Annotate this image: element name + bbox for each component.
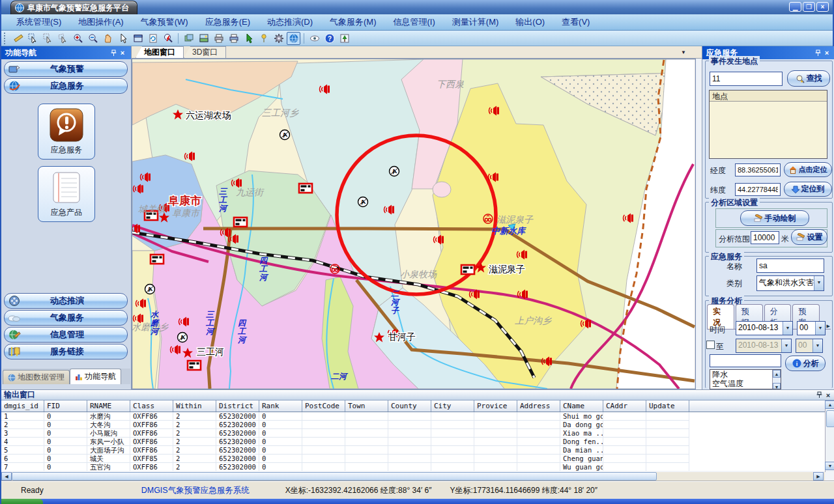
scroll-down-icon[interactable]: ▼ <box>773 383 781 389</box>
nav-bar-emergency-service[interactable]: 应急服务 <box>4 78 128 94</box>
tab-map-data-management[interactable]: 地图数据管理 <box>3 370 70 384</box>
scroll-right-icon[interactable]: ▶ <box>813 472 824 481</box>
identify-icon[interactable] <box>161 32 175 45</box>
column-header[interactable]: County <box>388 400 431 412</box>
table-row[interactable]: 40东风一小队OXFF8626523020000Dong fen... <box>1 438 825 446</box>
print-setup-icon[interactable] <box>227 32 240 45</box>
chevron-down-icon[interactable]: ▼ <box>781 339 791 352</box>
column-header[interactable]: Within <box>173 400 216 412</box>
flag-marker[interactable] <box>188 361 201 370</box>
scroll-down-icon[interactable]: ▼ <box>825 462 834 470</box>
element-list-scrollbar[interactable]: ▲▼ <box>772 370 781 389</box>
pan-hand-icon[interactable] <box>101 32 115 45</box>
map-tab-dropdown chevron-down-icon[interactable]: ▼ <box>677 48 690 57</box>
range-input[interactable] <box>751 231 779 244</box>
table-row[interactable]: 10水磨沟OXFF8626523020000Shui mo gou <box>1 412 825 421</box>
element-list[interactable]: 降水空气温度 ▲▼ <box>710 369 781 389</box>
circlea-marker[interactable] <box>390 167 399 176</box>
menu-item[interactable]: 气象预警(W) <box>132 14 197 30</box>
locate-to-button[interactable]: 定位到 <box>784 182 832 197</box>
menu-item[interactable]: 系统管理(S) <box>8 14 70 30</box>
column-header[interactable]: dmgis_id <box>1 400 44 412</box>
column-header[interactable]: CAddr <box>603 400 646 412</box>
select-box-icon[interactable] <box>41 32 55 45</box>
export-map-icon[interactable] <box>197 32 210 45</box>
latitude-input[interactable] <box>735 183 781 196</box>
manual-draw-button[interactable]: 手动绘制 <box>740 210 809 226</box>
select-polygon-icon[interactable] <box>56 32 70 45</box>
select-feature-icon[interactable] <box>26 32 40 45</box>
emergency-close-icon[interactable]: × <box>822 48 831 57</box>
close-button[interactable]: × <box>816 2 829 12</box>
measure-icon[interactable] <box>11 32 25 45</box>
start-button-edge[interactable] <box>1 499 43 504</box>
circlea-marker[interactable] <box>178 333 188 343</box>
menu-item[interactable]: 动态推演(D) <box>259 14 321 30</box>
column-header[interactable]: Address <box>517 400 560 412</box>
column-header[interactable]: Town <box>345 400 388 412</box>
circlea-marker[interactable] <box>145 285 155 294</box>
nav-bar-service-links[interactable]: 服务链接 <box>4 344 128 359</box>
emergency-product-shortcut[interactable]: 应急产品 <box>38 166 95 222</box>
column-header[interactable]: Class <box>130 400 173 412</box>
set-range-button[interactable]: 设置 <box>791 229 827 245</box>
list-item[interactable]: 空气温度 <box>710 379 781 388</box>
element-combo[interactable] <box>710 354 781 367</box>
click-locate-button[interactable]: 点击定位 <box>784 162 832 177</box>
output-hscrollbar[interactable]: ◀ ▶ <box>1 472 825 481</box>
longitude-input[interactable] <box>735 163 781 176</box>
output-close-icon[interactable]: × <box>824 391 833 400</box>
output-pin-icon[interactable] <box>814 391 824 400</box>
tab-function-nav[interactable]: 功能导航 <box>70 369 121 384</box>
flag-marker[interactable] <box>461 265 474 274</box>
full-extent-icon[interactable] <box>131 32 145 45</box>
service-type-select[interactable]: 气象和洪水灾害 ▼ <box>756 275 824 291</box>
column-header[interactable]: CName <box>560 400 603 412</box>
globe-service-icon[interactable] <box>287 32 300 45</box>
emergency-service-shortcut[interactable]: 应急服务 <box>38 104 95 160</box>
to-date-select[interactable]: 2010-08-13 ▼ <box>736 339 792 353</box>
help-icon[interactable]: ? <box>323 32 336 45</box>
minimize-button[interactable]: ▁ <box>789 2 801 12</box>
tab-3d-window[interactable]: 3D窗口 <box>184 46 226 58</box>
analyze-button[interactable]: i 分析 <box>785 356 826 371</box>
layers-icon[interactable] <box>182 32 195 45</box>
date-select[interactable]: 2010-08-13 ▼ <box>736 321 793 335</box>
nav-pin-icon[interactable] <box>109 48 118 57</box>
menu-item[interactable]: 输出(O) <box>507 14 553 30</box>
chevron-down-icon[interactable]: ▼ <box>815 322 825 335</box>
table-row[interactable]: 70五官沟OXFF8626523020000Wu guan gou <box>1 463 825 471</box>
column-header[interactable]: Update <box>646 400 689 412</box>
zoom-out-icon[interactable] <box>86 32 100 45</box>
table-row[interactable]: 50大面场子沟OXFF8626523020000Da mian ... <box>1 446 825 455</box>
menu-item[interactable]: 测量计算(M) <box>444 14 508 30</box>
hour-select[interactable]: 00 ▼ <box>797 321 826 335</box>
scene-icon[interactable] <box>338 32 351 45</box>
flag-marker[interactable] <box>234 217 247 227</box>
nav-bar-dynamic-deduction[interactable]: 动态推演 <box>4 293 128 309</box>
location-search-input[interactable] <box>710 72 783 86</box>
table-row[interactable]: 20大冬沟OXFF8626523020000Da dong gou <box>1 421 825 429</box>
column-header[interactable]: PostCode <box>302 400 345 412</box>
table-row[interactable]: 60城关OXFF8526523020000Cheng guan <box>1 455 825 463</box>
eye-icon[interactable] <box>308 32 321 45</box>
green-pointer-icon[interactable] <box>242 32 255 45</box>
tab-map-window[interactable]: 地图窗口 <box>136 46 184 58</box>
zoom-in-icon[interactable] <box>71 32 85 45</box>
location-list[interactable]: 地点 <box>709 90 827 159</box>
column-header[interactable]: City <box>431 400 474 412</box>
pointer-icon[interactable] <box>116 32 130 45</box>
chevron-down-icon[interactable]: ▼ <box>814 276 824 290</box>
menu-item[interactable]: 信息管理(I) <box>385 14 444 30</box>
panel-splitter[interactable] <box>696 59 702 389</box>
search-button[interactable]: 查找 <box>787 70 830 87</box>
column-header[interactable]: RNAME <box>87 400 130 412</box>
nav-bar-info-management[interactable]: 信息管理 <box>4 327 128 343</box>
output-table[interactable]: dmgis_idFIDRNAMEClassWithinDistrictRankP… <box>1 400 825 471</box>
nav-close-icon[interactable]: × <box>118 48 127 57</box>
scroll-up-icon[interactable]: ▲ <box>773 370 781 378</box>
column-header[interactable]: Rank <box>259 400 302 412</box>
nav-bar-weather-warning[interactable]: 气象预警 <box>4 61 128 77</box>
to-hour-select[interactable]: 00 ▼ <box>796 339 823 353</box>
emergency-pin-icon[interactable] <box>813 48 822 57</box>
